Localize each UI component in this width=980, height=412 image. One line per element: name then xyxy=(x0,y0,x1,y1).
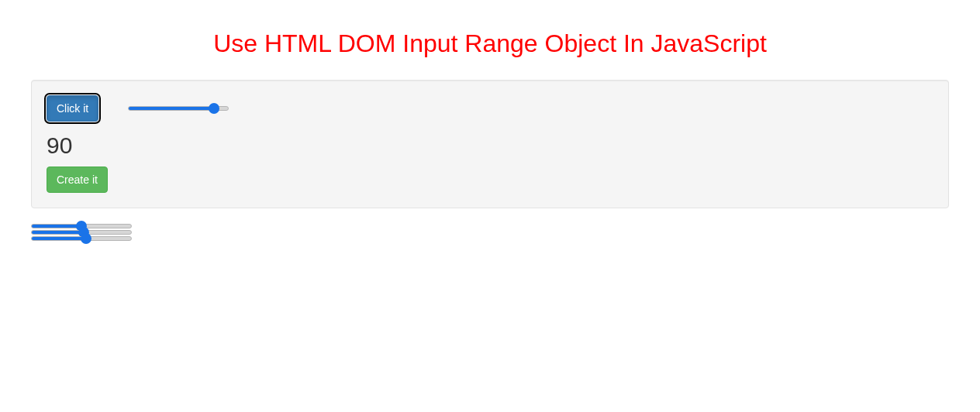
page-title: Use HTML DOM Input Range Object In JavaS… xyxy=(31,0,949,80)
created-sliders-group xyxy=(31,224,949,241)
created-range-slider-2[interactable] xyxy=(31,230,132,235)
demo-well: Click it 90 Create it xyxy=(31,80,949,208)
main-range-slider[interactable] xyxy=(128,106,229,111)
range-value-output: 90 xyxy=(47,132,933,159)
top-row: Click it xyxy=(47,95,933,122)
create-it-button[interactable]: Create it xyxy=(47,167,108,193)
click-it-button[interactable]: Click it xyxy=(47,95,98,122)
created-range-slider-3[interactable] xyxy=(31,236,132,241)
